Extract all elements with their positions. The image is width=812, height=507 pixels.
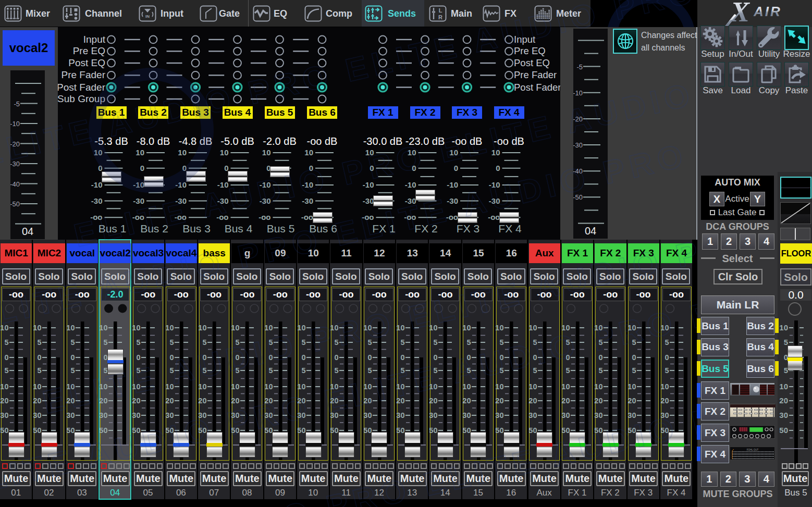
svg-text:50: 50 [99, 426, 107, 435]
svg-text:0: 0 [454, 164, 458, 172]
svg-text:-10: -10 [363, 180, 374, 189]
svg-text:-23.0 dB: -23.0 dB [405, 135, 445, 147]
svg-text:5: 5 [665, 338, 669, 347]
svg-text:-oo: -oo [488, 213, 500, 221]
svg-text:FOHL OUT: FOHL OUT [747, 449, 759, 451]
svg-text:-10: -10 [489, 180, 500, 189]
svg-text:5: 5 [202, 338, 206, 347]
svg-text:20: 20 [297, 397, 305, 405]
svg-text:10: 10 [304, 148, 313, 157]
svg-text:-30: -30 [489, 196, 500, 205]
svg-text:30: 30 [396, 411, 404, 419]
svg-text:-30: -30 [217, 196, 229, 205]
svg-text:20: 20 [165, 397, 174, 405]
svg-text:5: 5 [533, 366, 537, 375]
svg-text:20: 20 [528, 397, 537, 405]
svg-text:10: 10 [363, 324, 372, 332]
svg-text:-30: -30 [405, 196, 416, 205]
svg-text:5: 5 [4, 366, 8, 375]
svg-text:-20: -20 [573, 115, 583, 123]
svg-text:10: 10 [297, 324, 305, 332]
svg-text:-30: -30 [260, 196, 271, 205]
svg-text:-oo: -oo [259, 213, 270, 221]
svg-text:0: 0 [599, 353, 603, 362]
svg-text:10: 10 [528, 324, 537, 332]
svg-text:Post Fader: Post Fader [514, 82, 560, 93]
svg-text:5: 5 [302, 366, 306, 375]
svg-text:-20: -20 [10, 140, 20, 148]
svg-text:30: 30 [231, 411, 240, 419]
svg-text:20: 20 [231, 397, 240, 405]
svg-text:-2.0 dB: -2.0 dB [263, 135, 296, 147]
svg-text:5: 5 [401, 366, 405, 375]
svg-text:5: 5 [302, 338, 306, 347]
svg-text:5: 5 [367, 338, 372, 347]
svg-text:0: 0 [268, 353, 273, 362]
svg-text:5: 5 [70, 366, 75, 375]
svg-text:50: 50 [628, 426, 636, 435]
svg-text:10: 10 [99, 324, 107, 332]
svg-text:50: 50 [660, 426, 669, 435]
svg-text:10: 10 [33, 382, 42, 391]
svg-text:5: 5 [137, 338, 141, 347]
svg-text:5: 5 [4, 338, 8, 347]
svg-text:-oo: -oo [362, 213, 374, 221]
svg-text:5: 5 [335, 366, 339, 375]
svg-text:30: 30 [660, 411, 669, 419]
svg-text:10: 10 [628, 382, 636, 391]
svg-text:0: 0 [401, 353, 405, 362]
svg-text:10: 10 [262, 148, 271, 157]
svg-text:-oo: -oo [446, 213, 458, 221]
svg-text:20: 20 [66, 397, 75, 405]
svg-text:-30: -30 [363, 196, 374, 205]
svg-text:5: 5 [335, 338, 339, 347]
svg-text:50: 50 [595, 426, 603, 435]
svg-text:0: 0 [70, 353, 75, 362]
svg-text:-oo dB: -oo dB [307, 135, 338, 147]
svg-text:20: 20 [660, 397, 669, 405]
svg-text:50: 50 [462, 426, 471, 435]
svg-text:5: 5 [38, 366, 42, 375]
svg-text:30: 30 [779, 411, 788, 419]
svg-text:5: 5 [236, 338, 240, 347]
svg-text:Pre EQ: Pre EQ [73, 45, 105, 56]
svg-text:10: 10 [396, 324, 404, 332]
svg-text:-10: -10 [217, 180, 229, 189]
svg-text:5: 5 [599, 366, 603, 375]
svg-text:5: 5 [466, 338, 471, 347]
svg-text:20: 20 [0, 397, 8, 405]
svg-text:5: 5 [632, 338, 636, 347]
svg-text:-30: -30 [10, 160, 20, 168]
svg-text:30: 30 [33, 411, 42, 419]
svg-text:20: 20 [496, 397, 504, 405]
svg-text:10: 10 [66, 382, 75, 391]
svg-text:20: 20 [363, 397, 372, 405]
svg-text:5: 5 [565, 338, 570, 347]
svg-text:-30: -30 [133, 196, 144, 205]
svg-text:5: 5 [500, 338, 504, 347]
svg-text:50: 50 [0, 426, 8, 435]
svg-text:30: 30 [528, 411, 537, 419]
svg-text:20: 20 [33, 397, 42, 405]
svg-text:-oo: -oo [90, 213, 102, 221]
svg-text:20: 20 [628, 397, 636, 405]
svg-text:10: 10 [94, 148, 103, 157]
svg-text:0: 0 [236, 353, 240, 362]
svg-text:Post EQ: Post EQ [68, 57, 105, 68]
svg-text:10: 10 [408, 148, 416, 157]
svg-text:50: 50 [66, 426, 75, 435]
svg-text:10: 10 [66, 324, 75, 332]
svg-text:50: 50 [297, 426, 305, 435]
svg-text:30: 30 [165, 411, 174, 419]
svg-text:5: 5 [367, 366, 372, 375]
svg-text:FX 1: FX 1 [372, 222, 395, 234]
svg-text:10: 10 [462, 324, 471, 332]
svg-text:5: 5 [599, 338, 603, 347]
svg-text:30: 30 [429, 411, 438, 419]
svg-text:30: 30 [297, 411, 305, 419]
svg-text:0: 0 [335, 353, 339, 362]
svg-text:-5: -5 [14, 100, 20, 108]
svg-text:10: 10 [561, 324, 570, 332]
svg-text:-10: -10 [573, 89, 583, 97]
svg-text:-10: -10 [302, 180, 313, 189]
